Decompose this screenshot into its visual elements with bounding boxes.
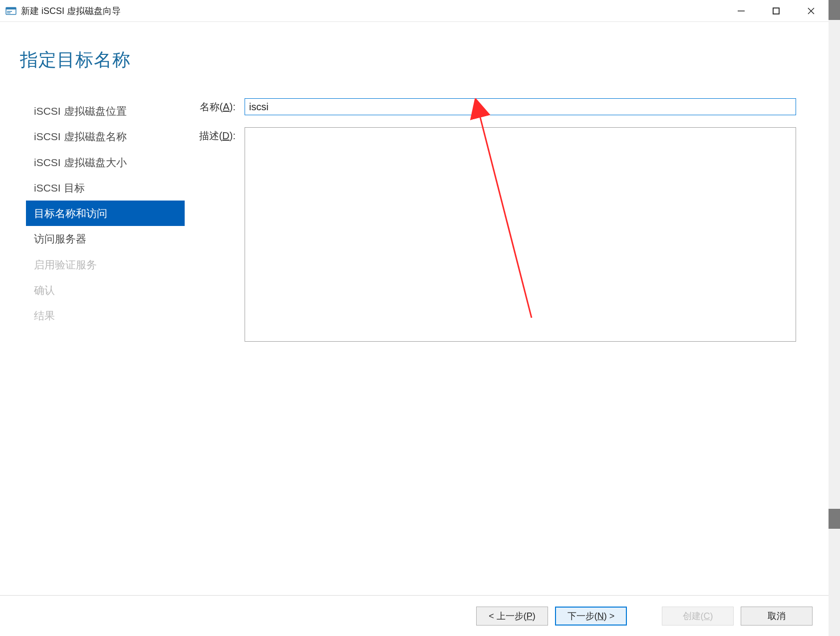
svg-rect-2 — [7, 11, 12, 12]
create-button: 创建(C) — [662, 607, 734, 626]
body-row: iSCSI 虚拟磁盘位置 iSCSI 虚拟磁盘名称 iSCSI 虚拟磁盘大小 i… — [0, 72, 829, 595]
window-controls — [724, 0, 829, 21]
wizard-steps-sidebar: iSCSI 虚拟磁盘位置 iSCSI 虚拟磁盘名称 iSCSI 虚拟磁盘大小 i… — [0, 98, 185, 595]
page-heading: 指定目标名称 — [0, 22, 829, 72]
titlebar: 新建 iSCSI 虚拟磁盘向导 — [0, 0, 829, 22]
step-iscsi-disk-name[interactable]: iSCSI 虚拟磁盘名称 — [26, 124, 185, 149]
svg-rect-1 — [6, 7, 16, 9]
previous-button[interactable]: < 上一步(P) — [476, 607, 548, 626]
content-area: 指定目标名称 iSCSI 虚拟磁盘位置 iSCSI 虚拟磁盘名称 iSCSI 虚… — [0, 22, 829, 595]
form-area: 名称(A): 描述(D): — [185, 98, 829, 595]
target-description-input[interactable] — [245, 127, 796, 342]
window-title: 新建 iSCSI 虚拟磁盘向导 — [21, 5, 121, 17]
step-iscsi-disk-location[interactable]: iSCSI 虚拟磁盘位置 — [26, 98, 185, 124]
description-label: 描述(D): — [185, 127, 245, 143]
minimize-button[interactable] — [724, 0, 759, 21]
step-iscsi-disk-size[interactable]: iSCSI 虚拟磁盘大小 — [26, 150, 185, 175]
step-enable-auth: 启用验证服务 — [26, 252, 185, 277]
wizard-window: 新建 iSCSI 虚拟磁盘向导 指定目标名称 iSCSI 虚拟磁盘位置 iSCS… — [0, 0, 829, 636]
wizard-footer: < 上一步(P) 下一步(N) > 创建(C) 取消 — [0, 595, 829, 636]
name-label: 名称(A): — [185, 98, 245, 114]
target-name-input[interactable] — [245, 98, 796, 115]
maximize-button[interactable] — [759, 0, 794, 21]
step-confirm: 确认 — [26, 277, 185, 303]
app-icon — [5, 5, 17, 17]
svg-rect-5 — [773, 8, 779, 14]
next-button[interactable]: 下一步(N) > — [555, 607, 627, 626]
step-access-servers[interactable]: 访问服务器 — [26, 226, 185, 251]
step-iscsi-target[interactable]: iSCSI 目标 — [26, 175, 185, 201]
cancel-button[interactable]: 取消 — [741, 607, 813, 626]
close-button[interactable] — [794, 0, 829, 21]
outer-scroll-strip — [829, 0, 840, 636]
description-row: 描述(D): — [185, 127, 796, 342]
name-row: 名称(A): — [185, 98, 796, 115]
step-results: 结果 — [26, 303, 185, 328]
svg-rect-3 — [7, 12, 10, 13]
step-target-name-access[interactable]: 目标名称和访问 — [26, 201, 185, 226]
